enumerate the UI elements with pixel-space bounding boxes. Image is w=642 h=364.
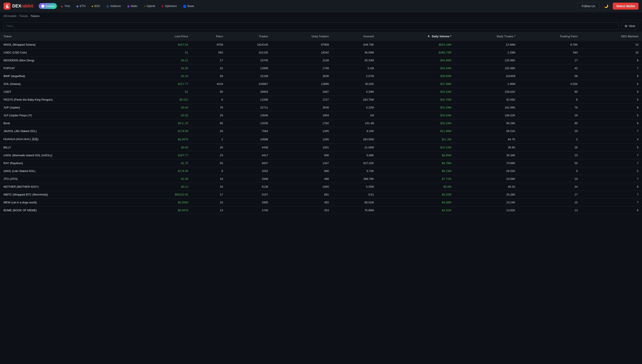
view-button[interactable]: ⊞ View xyxy=(621,22,638,30)
solana-label: Solana xyxy=(46,4,54,8)
breadcrumb-trends[interactable]: Trends xyxy=(19,14,28,18)
table-cell: 6 xyxy=(192,96,226,104)
table-cell: $5.02M xyxy=(377,191,455,198)
table-cell: 4.02K xyxy=(519,80,581,88)
table-cell: 8 xyxy=(581,72,642,80)
table-cell: 87909 xyxy=(272,41,332,49)
token-name-cell[interactable]: WBTC (Wrapped BTC (Wormhole)) xyxy=(0,191,140,198)
filter-input[interactable] xyxy=(4,22,619,30)
table-cell: $38.55M xyxy=(377,72,455,80)
chain-btn-bsc[interactable]: ● BSC xyxy=(89,3,103,9)
table-row: USDC (USD Coin)$15831611051634236.09M$28… xyxy=(0,49,642,56)
optimism-label: Optimism xyxy=(165,4,177,8)
select-wallet-button[interactable]: Select Wallet xyxy=(613,2,638,10)
chain-btn-eth[interactable]: ◆ ETH xyxy=(74,3,88,9)
table-cell: $1.05 xyxy=(140,64,192,72)
table-cell: 23.24K xyxy=(455,198,519,206)
table-cell: 16342 xyxy=(272,49,332,56)
token-name-cell[interactable]: JTO (JITO) xyxy=(0,175,140,183)
table-cell: 15745 xyxy=(226,56,271,64)
table-cell: 388.79K xyxy=(332,175,377,183)
token-name-cell[interactable]: USDC (USD Coin) xyxy=(0,49,140,56)
token-name-cell[interactable]: mSOL (Marinade staked SOL (mSOL)) xyxy=(0,152,140,159)
chain-btn-opbnb[interactable]: ○ Opbnb xyxy=(141,3,158,9)
chain-btn-matic[interactable]: ◉ Matic xyxy=(125,3,140,9)
table-cell: 1782 xyxy=(272,119,332,127)
token-name-cell[interactable]: USDT xyxy=(0,88,140,96)
table-cell: 17 xyxy=(519,191,581,198)
token-name-cell[interactable]: JitoSOL (Jito Staked SOL) xyxy=(0,127,140,135)
col-trades[interactable]: Trades xyxy=(226,32,271,41)
follow-us-button[interactable]: Follow Us xyxy=(577,2,600,10)
token-name-cell[interactable]: POPCAT xyxy=(0,64,140,72)
col-daily-trades[interactable]: Daily Trades * xyxy=(455,32,519,41)
table-cell: 55 xyxy=(192,159,226,167)
tron-icon: ▲ xyxy=(60,4,63,8)
table-cell: 5 xyxy=(581,80,642,88)
chain-btn-base[interactable]: ⬤ Base xyxy=(180,3,197,9)
table-cell: $0.06 xyxy=(140,144,192,152)
token-name-cell[interactable]: BILLY xyxy=(0,144,140,152)
table-cell: $1 xyxy=(140,88,192,96)
token-name-cell[interactable]: MOODENG (Moo Deng) xyxy=(0,56,140,64)
col-pairs[interactable]: Pairs xyxy=(192,32,226,41)
table-cell: 15 xyxy=(192,198,226,206)
table-cell: 583 xyxy=(192,49,226,56)
chain-btn-arbitrum[interactable]: ◎ Arbitrum xyxy=(104,3,123,9)
table-cell: 4.29M xyxy=(332,88,377,96)
col-last-price[interactable]: Last Price xyxy=(140,32,192,41)
table-cell: $8.19M xyxy=(377,167,455,175)
view-label: View xyxy=(629,24,635,28)
token-name-cell[interactable]: WSOL (Wrapped Solana) xyxy=(0,41,140,49)
table-cell: 161105 xyxy=(226,49,271,56)
table-cell: 5 xyxy=(581,144,642,152)
table-cell: 10 xyxy=(581,49,642,56)
token-name-cell[interactable]: $WIF (dogwifhat) xyxy=(0,72,140,80)
table-cell: 583 xyxy=(519,49,581,56)
col-uniq-traders[interactable]: Uniq Traders xyxy=(272,32,332,41)
token-name-cell[interactable]: RAY (Raydium) xyxy=(0,159,140,167)
table-cell: 498 xyxy=(272,175,332,183)
token-name-cell[interactable]: HUAHUA (HUA HUA | 花花) xyxy=(0,135,140,144)
token-name-cell[interactable]: SOL (Solana) xyxy=(0,80,140,88)
breadcrumb-dexrabbit[interactable]: DEXrabbit xyxy=(4,14,16,18)
chain-btn-solana[interactable]: Solana xyxy=(39,3,57,9)
token-name-cell[interactable]: MOTHER (MOTHER IGGY) xyxy=(0,183,140,191)
token-name-cell[interactable]: JUP (Jupiter) xyxy=(0,104,140,112)
table-cell: $1 xyxy=(140,49,192,56)
table-cell: 17 xyxy=(192,56,226,64)
chain-btn-tron[interactable]: ▲ Tron xyxy=(58,3,73,9)
filter-bar: ⊞ View xyxy=(0,20,642,32)
table-row: MOTHER (MOTHER IGGY)$0.1334613810605.25M… xyxy=(0,183,642,191)
token-name-cell[interactable]: BOME (BOOK OF MEME) xyxy=(0,206,140,214)
table-cell: $10.15M xyxy=(377,144,455,152)
theme-toggle-button[interactable]: 🌙 xyxy=(602,2,610,10)
token-name-cell[interactable]: Bonk xyxy=(0,119,140,127)
table-cell: 4417 xyxy=(226,152,271,159)
table-row: WBTC (Wrapped BTC (Wormhole))$65310.5517… xyxy=(0,191,642,198)
chain-navigation: Solana ▲ Tron ◆ ETH ● BSC ◎ Arbitrum ◉ M… xyxy=(39,3,575,9)
table-row: JTO (JITO)$2.48192948498388.79K$7.71M23.… xyxy=(0,175,642,183)
chain-btn-optimism[interactable]: ⊕ Optimism xyxy=(159,3,180,9)
table-row: WSOL (Wrapped Solana)$157.54975816241458… xyxy=(0,41,642,49)
token-name-cell[interactable]: PESTO (Pesto the Baby King Penguin) xyxy=(0,96,140,104)
token-name-cell[interactable]: stSOL (Lido Staked SOL) xyxy=(0,167,140,175)
col-trading-pairs[interactable]: Trading Pairs xyxy=(519,32,581,41)
table-cell: 8.34K xyxy=(332,127,377,135)
table-cell: $34.33M xyxy=(377,88,455,96)
col-token[interactable]: Token xyxy=(0,32,140,41)
table-cell: 9 xyxy=(519,167,581,175)
col-amount[interactable]: Amount xyxy=(332,32,377,41)
arbitrum-icon: ◎ xyxy=(106,4,109,8)
optimism-icon: ⊕ xyxy=(161,4,164,8)
col-daily-volume[interactable]: ▼ Daily Volume * xyxy=(377,32,455,41)
token-name-cell[interactable]: JLP (Jupiter Perps LP) xyxy=(0,112,140,119)
table-cell: 26 xyxy=(192,144,226,152)
col-dex-markets[interactable]: DEX Markets xyxy=(581,32,642,41)
table-cell: 450 xyxy=(272,198,332,206)
table-cell: 58 xyxy=(519,72,581,80)
token-name-cell[interactable]: MEW (cat in a dogs world) xyxy=(0,198,140,206)
tron-label: Tron xyxy=(65,4,70,8)
table-cell: $0.21 xyxy=(140,56,192,64)
base-label: Base xyxy=(188,4,194,8)
